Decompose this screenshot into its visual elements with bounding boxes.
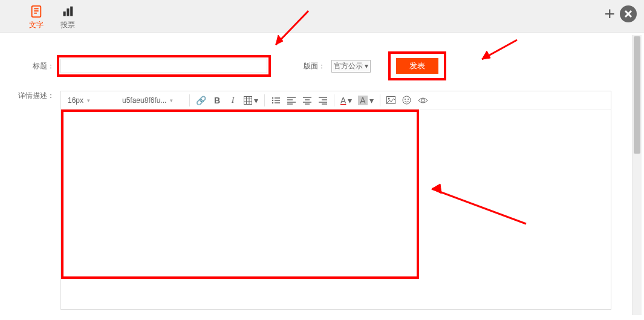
separator: [189, 94, 190, 106]
editor-body[interactable]: [61, 109, 611, 309]
fontname-select[interactable]: u5faeu8f6fu... ▾: [119, 94, 186, 107]
caret-icon: ▾: [254, 96, 258, 105]
tab-text[interactable]: 文字: [28, 4, 45, 30]
close-button[interactable]: [620, 5, 637, 22]
text-doc-icon: [28, 4, 45, 19]
eye-icon: [418, 97, 428, 104]
image-icon: [386, 96, 395, 104]
add-button[interactable]: +: [604, 5, 615, 23]
title-label: 标题：: [12, 61, 60, 71]
svg-point-15: [272, 99, 273, 100]
preview-button[interactable]: [415, 93, 431, 108]
publish-highlight: 发表: [391, 54, 443, 77]
svg-point-36: [408, 99, 409, 100]
table-button[interactable]: ▾: [241, 93, 261, 108]
fontsize-select[interactable]: 16px ▾: [65, 94, 118, 107]
svg-point-33: [388, 98, 390, 100]
emoji-button[interactable]: [400, 93, 414, 108]
desc-label: 详情描述：: [12, 91, 60, 101]
image-button[interactable]: [384, 93, 398, 108]
bar-chart-icon: [59, 4, 76, 19]
svg-rect-5: [67, 8, 69, 16]
align-center-button[interactable]: [300, 93, 314, 108]
align-right-button[interactable]: [316, 93, 330, 108]
topbar-actions: +: [604, 5, 637, 23]
svg-rect-6: [70, 7, 73, 16]
text-color-icon: A: [340, 96, 346, 105]
section-label: 版面：: [304, 61, 325, 71]
caret-icon: ▾: [170, 97, 173, 103]
align-center-icon: [303, 96, 311, 105]
desc-row: 详情描述： 16px ▾ u5faeu8f6fu... ▾ 🔗 B I ▾: [12, 91, 632, 310]
tab-vote-label: 投票: [60, 20, 75, 30]
content-area: 标题： 版面： 官方公示 ▾ 发表 详情描述： 16px ▾ u5faeu8f6…: [0, 33, 644, 320]
separator: [380, 94, 380, 106]
italic-icon: I: [232, 96, 235, 105]
title-input[interactable]: [60, 59, 267, 73]
section-select[interactable]: 官方公示 ▾: [331, 60, 371, 73]
scrollbar-thumb[interactable]: [634, 36, 640, 154]
link-button[interactable]: 🔗: [194, 93, 209, 108]
annotation-highlight: [61, 109, 419, 279]
scrollbar[interactable]: [632, 35, 642, 315]
caret-icon: ▾: [348, 96, 352, 105]
svg-point-34: [403, 96, 411, 104]
svg-point-35: [405, 99, 406, 100]
list-icon: [272, 96, 280, 105]
link-icon: 🔗: [196, 96, 206, 105]
tab-text-label: 文字: [29, 20, 44, 30]
svg-point-16: [272, 102, 273, 103]
align-right-icon: [319, 96, 327, 105]
title-row: 标题： 版面： 官方公示 ▾ 发表: [12, 54, 632, 77]
svg-point-37: [421, 99, 424, 102]
align-left-icon: [287, 96, 296, 105]
fontsize-value: 16px: [68, 96, 83, 105]
svg-rect-4: [63, 11, 66, 16]
publish-button[interactable]: 发表: [396, 58, 438, 74]
text-color-button[interactable]: A ▾: [338, 93, 354, 108]
top-tabbar: 文字 投票 +: [0, 0, 644, 33]
list-button[interactable]: [268, 93, 283, 108]
rich-editor: 16px ▾ u5faeu8f6fu... ▾ 🔗 B I ▾: [60, 91, 611, 310]
svg-rect-9: [244, 96, 252, 104]
bg-color-button[interactable]: A ▾: [356, 93, 376, 108]
separator: [264, 94, 265, 106]
table-icon: [244, 96, 252, 105]
italic-button[interactable]: I: [226, 93, 240, 108]
bg-color-icon: A: [358, 96, 367, 105]
svg-point-14: [272, 97, 273, 98]
tab-vote[interactable]: 投票: [59, 4, 76, 30]
align-left-button[interactable]: [284, 93, 299, 108]
fontname-value: u5faeu8f6fu...: [122, 96, 166, 105]
bold-icon: B: [214, 96, 220, 105]
separator: [334, 94, 334, 106]
editor-toolbar: 16px ▾ u5faeu8f6fu... ▾ 🔗 B I ▾: [61, 91, 611, 109]
caret-icon: ▾: [369, 96, 374, 105]
close-icon: [624, 10, 633, 18]
caret-icon: ▾: [87, 97, 90, 103]
bold-button[interactable]: B: [210, 93, 224, 108]
svg-rect-32: [387, 97, 395, 104]
emoji-icon: [402, 96, 411, 105]
